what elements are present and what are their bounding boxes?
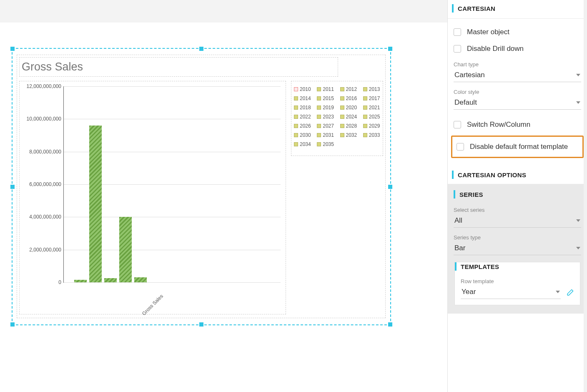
resize-handle-bl[interactable] [10, 322, 15, 327]
checkbox-label: Disable default format template [470, 143, 568, 151]
gridline [64, 119, 281, 119]
chart-object[interactable]: Gross Sales 02,000,000,0004,000,000,0006… [17, 55, 386, 318]
checkbox-label: Disable Drill down [467, 45, 524, 53]
legend-item[interactable]: 2015 [317, 95, 334, 101]
legend-item[interactable]: 2017 [363, 95, 380, 101]
legend-item[interactable]: 2026 [294, 123, 311, 129]
chart-title-box[interactable]: Gross Sales [19, 57, 338, 77]
checkbox-icon[interactable] [454, 45, 461, 53]
legend-item[interactable]: 2019 [317, 105, 334, 111]
legend-item[interactable]: 2030 [294, 132, 311, 138]
section-cartesian-options[interactable]: CARTESIAN OPTIONS [448, 166, 587, 184]
legend-swatch [317, 115, 321, 119]
chevron-down-icon [576, 101, 580, 104]
legend-swatch [294, 87, 298, 91]
resize-handle-bm[interactable] [199, 322, 203, 327]
legend-item[interactable]: 2033 [363, 132, 380, 138]
legend-swatch [317, 87, 321, 91]
resize-handle-tl[interactable] [10, 47, 15, 51]
resize-handle-tm[interactable] [199, 47, 203, 51]
select-series-type[interactable]: Bar [454, 241, 581, 255]
templates-card: TEMPLATES Row template Year [454, 262, 580, 305]
legend-label: 2018 [300, 105, 311, 111]
legend-swatch [340, 115, 344, 119]
select-color-style[interactable]: Default [454, 96, 581, 110]
legend-item[interactable]: 2014 [294, 95, 311, 101]
select-chart-type[interactable]: Cartesian [454, 68, 581, 82]
gridline [64, 282, 281, 283]
legend-item[interactable]: 2018 [294, 105, 311, 111]
field-label: Select series [454, 207, 581, 213]
legend-item[interactable]: 2022 [294, 114, 311, 120]
resize-handle-br[interactable] [388, 322, 392, 327]
legend-swatch [294, 115, 298, 119]
checkbox-icon[interactable] [454, 28, 461, 36]
legend-label: 2035 [323, 141, 334, 147]
chevron-down-icon [576, 74, 580, 76]
legend-swatch [363, 133, 367, 137]
checkbox-icon[interactable] [454, 121, 461, 128]
select-value: Default [454, 98, 477, 107]
y-tick-label: 6,000,000,000 [22, 181, 61, 187]
legend-label: 2016 [346, 95, 357, 101]
legend-label: 2034 [300, 141, 311, 147]
field-label: Series type [454, 234, 581, 241]
field-label: Row template [461, 278, 561, 284]
checkbox-icon[interactable] [457, 143, 464, 151]
legend-item[interactable]: 2034 [294, 141, 311, 147]
section-cartesian[interactable]: CARTESIAN [448, 0, 587, 19]
y-tick-label: 4,000,000,000 [22, 214, 61, 220]
legend-item[interactable]: 2021 [363, 105, 380, 111]
legend-item[interactable]: 2027 [317, 123, 334, 129]
resize-handle-ml[interactable] [10, 185, 15, 189]
chart-bar [104, 278, 117, 282]
legend-swatch [363, 106, 367, 110]
legend-item[interactable]: 2035 [317, 141, 334, 147]
edit-icon[interactable] [566, 289, 574, 299]
legend-label: 2015 [323, 95, 334, 101]
legend-item[interactable]: 2013 [363, 86, 380, 92]
legend-item[interactable]: 2025 [363, 114, 380, 120]
y-tick-label: 0 [22, 279, 61, 285]
checkbox-disable-drill[interactable]: Disable Drill down [454, 40, 581, 57]
checkbox-switch-rowcol[interactable]: Switch Row/Column [454, 116, 581, 133]
legend-item[interactable]: 2028 [340, 123, 357, 129]
select-row-template[interactable]: Year [461, 285, 561, 299]
field-series-type: Series type Bar [454, 234, 581, 255]
chevron-down-icon [576, 247, 580, 249]
legend-swatch [317, 133, 321, 137]
legend-item[interactable]: 2031 [317, 132, 334, 138]
select-value: All [454, 216, 462, 225]
chart-title: Gross Sales [22, 60, 336, 73]
legend-label: 2024 [346, 114, 357, 120]
chart-legend[interactable]: 2010201120122013201420152016201720182019… [291, 81, 383, 156]
legend-swatch [340, 133, 344, 137]
legend-item[interactable]: 2024 [340, 114, 357, 120]
legend-label: 2011 [323, 86, 334, 92]
chart-plot[interactable]: 02,000,000,0004,000,000,0006,000,000,000… [19, 81, 286, 314]
panel-scrollbar[interactable] [584, 0, 587, 392]
legend-label: 2028 [346, 123, 357, 129]
checkbox-label: Switch Row/Column [467, 121, 530, 129]
legend-item[interactable]: 2011 [317, 86, 334, 92]
checkbox-label: Master object [467, 28, 509, 36]
legend-item[interactable]: 2016 [340, 95, 357, 101]
top-bar [0, 0, 447, 23]
resize-handle-mr[interactable] [388, 185, 392, 189]
legend-item[interactable]: 2029 [363, 123, 380, 129]
legend-swatch [317, 106, 321, 110]
legend-item[interactable]: 2020 [340, 105, 357, 111]
resize-handle-tr[interactable] [388, 47, 392, 51]
field-color-style: Color style Default [454, 89, 581, 110]
legend-item[interactable]: 2032 [340, 132, 357, 138]
section-templates[interactable]: TEMPLATES [455, 262, 580, 275]
legend-label: 2019 [323, 105, 334, 111]
legend-swatch [294, 142, 298, 146]
select-series[interactable]: All [454, 214, 581, 228]
legend-item[interactable]: 2010 [294, 86, 311, 92]
checkbox-master-object[interactable]: Master object [454, 24, 581, 40]
section-series[interactable]: SERIES [454, 190, 581, 203]
checkbox-disable-default-format[interactable]: Disable default format template [451, 136, 584, 158]
legend-item[interactable]: 2023 [317, 114, 334, 120]
legend-item[interactable]: 2012 [340, 86, 357, 92]
